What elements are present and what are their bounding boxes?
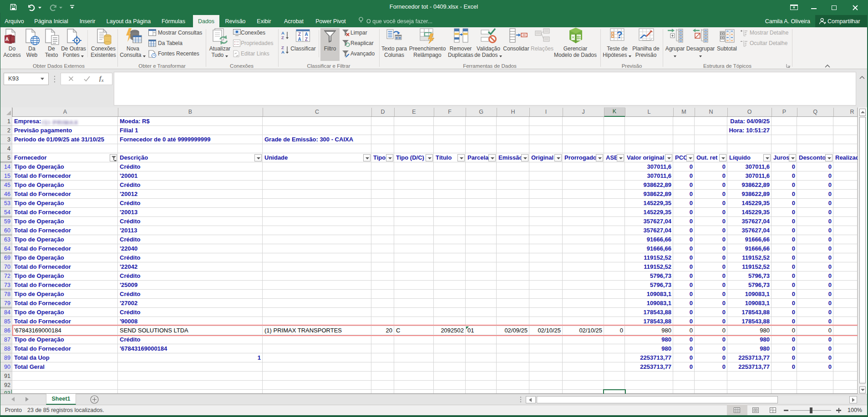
svg-text:Z: Z xyxy=(305,37,308,42)
svg-text:A: A xyxy=(298,37,301,42)
svg-text:A: A xyxy=(305,32,308,37)
svg-text:A: A xyxy=(5,36,9,42)
svg-text:Z: Z xyxy=(281,35,284,40)
svg-text:Z: Z xyxy=(298,32,301,37)
svg-text:?: ? xyxy=(616,29,622,40)
